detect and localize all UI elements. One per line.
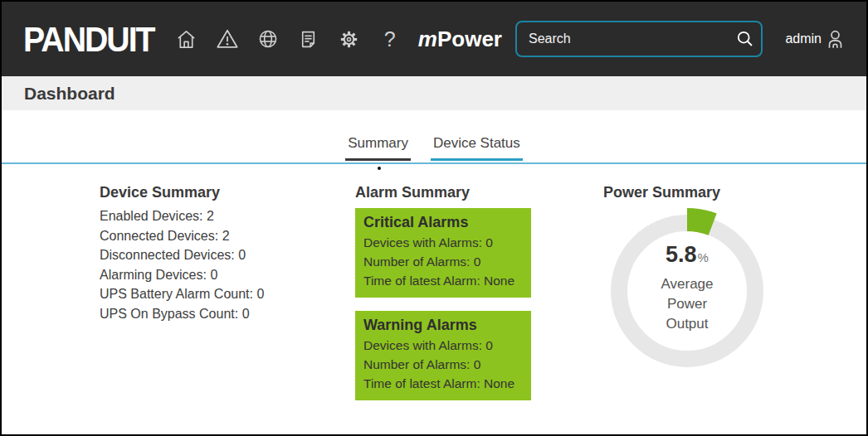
dashboard-content: Summary Device Status Device Summary Ena…	[2, 110, 866, 434]
tab-divider-rule	[2, 162, 866, 164]
power-summary-title: Power Summary	[603, 184, 720, 201]
warning-alarms-row: Devices with Alarms: 0	[363, 336, 523, 355]
power-donut-chart: 5.8 % Average Power Output	[602, 206, 772, 375]
home-icon[interactable]	[175, 27, 198, 51]
critical-alarms-row: Number of Alarms: 0	[363, 252, 523, 271]
device-summary-row: Disconnected Devices: 0	[100, 245, 264, 265]
search-box	[515, 21, 763, 57]
active-tab-dot	[378, 167, 381, 170]
log-icon[interactable]	[297, 27, 320, 51]
power-label-line: Output	[666, 314, 708, 334]
warning-alarms-row: Number of Alarms: 0	[363, 355, 523, 374]
device-summary-row: UPS Battery Alarm Count: 0	[100, 284, 264, 304]
device-summary-row: Enabled Devices: 2	[100, 206, 264, 226]
tab-bar: Summary Device Status	[2, 135, 866, 161]
device-summary-row: UPS On Bypass Count: 0	[100, 304, 264, 324]
app-window: PANDUIT	[0, 0, 868, 436]
power-summary-panel: Power Summary	[603, 184, 720, 201]
warning-alarms-box: Warning Alarms Devices with Alarms: 0 Nu…	[355, 311, 531, 400]
warning-alarms-row: Time of latest Alarm: None	[363, 374, 523, 393]
power-label-line: Average	[661, 274, 713, 294]
user-icon	[824, 28, 846, 51]
page-header: Dashboard	[2, 76, 866, 110]
alarm-summary-panel: Alarm Summary Critical Alarms Devices wi…	[355, 184, 531, 414]
mpower-brand: mPower	[418, 27, 502, 52]
device-summary-row: Alarming Devices: 0	[100, 265, 264, 285]
donut-center-text: 5.8 % Average Power Output	[602, 203, 772, 372]
critical-alarms-title: Critical Alarms	[363, 214, 523, 231]
user-menu[interactable]: admin	[785, 28, 846, 51]
page-title: Dashboard	[24, 84, 115, 104]
search-icon[interactable]	[736, 30, 754, 48]
device-summary-panel: Device Summary Enabled Devices: 2 Connec…	[100, 184, 264, 323]
critical-alarms-box: Critical Alarms Devices with Alarms: 0 N…	[355, 208, 531, 298]
tab-device-status[interactable]: Device Status	[431, 135, 523, 161]
warning-alarms-title: Warning Alarms	[363, 317, 523, 334]
brand-name: Power	[437, 27, 502, 51]
alarm-icon[interactable]	[216, 27, 239, 51]
power-percent-value: 5.8	[666, 242, 697, 268]
network-globe-icon[interactable]	[256, 27, 280, 51]
device-summary-title: Device Summary	[100, 184, 264, 201]
power-percent-unit: %	[698, 250, 709, 264]
tab-summary[interactable]: Summary	[345, 135, 411, 161]
donut-value-row: 5.8 %	[666, 242, 709, 268]
settings-gear-icon[interactable]	[338, 27, 361, 51]
search-input[interactable]	[515, 21, 763, 57]
device-summary-row: Connected Devices: 2	[100, 226, 264, 246]
critical-alarms-row: Time of latest Alarm: None	[363, 271, 523, 290]
power-label-line: Power	[667, 294, 707, 314]
brand-prefix: m	[418, 27, 437, 51]
panduit-logo: PANDUIT	[23, 19, 154, 60]
nav-icon-group: ?	[175, 27, 402, 51]
help-icon[interactable]: ?	[378, 27, 402, 51]
username-label: admin	[785, 31, 822, 46]
top-navigation-bar: PANDUIT	[2, 2, 866, 76]
critical-alarms-row: Devices with Alarms: 0	[363, 233, 523, 252]
alarm-summary-title: Alarm Summary	[355, 184, 531, 201]
